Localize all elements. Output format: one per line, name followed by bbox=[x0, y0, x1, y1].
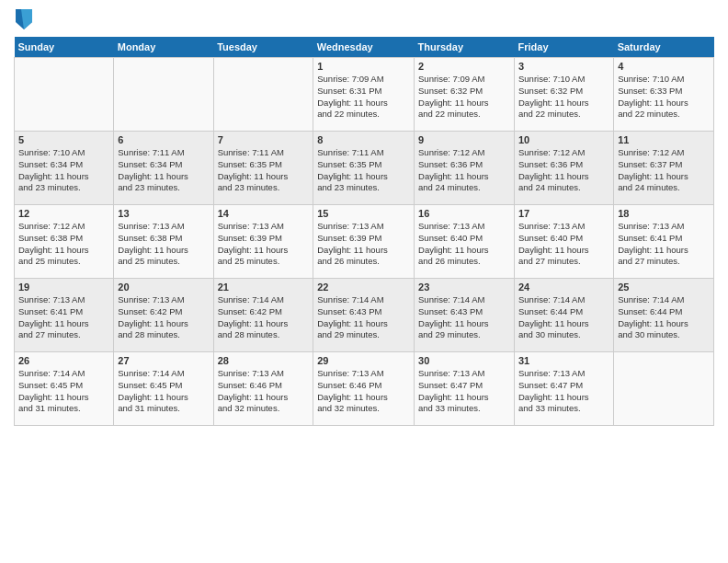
week-row-2: 5Sunrise: 7:10 AM Sunset: 6:34 PM Daylig… bbox=[15, 132, 714, 205]
day-info: Sunrise: 7:10 AM Sunset: 6:32 PM Dayligh… bbox=[518, 74, 609, 121]
calendar-cell: 23Sunrise: 7:14 AM Sunset: 6:43 PM Dayli… bbox=[415, 279, 515, 352]
calendar-cell: 11Sunrise: 7:12 AM Sunset: 6:37 PM Dayli… bbox=[614, 132, 714, 205]
calendar-cell: 27Sunrise: 7:14 AM Sunset: 6:45 PM Dayli… bbox=[114, 352, 213, 426]
calendar-cell: 7Sunrise: 7:11 AM Sunset: 6:35 PM Daylig… bbox=[213, 132, 313, 205]
day-number: 24 bbox=[518, 282, 609, 293]
day-info: Sunrise: 7:12 AM Sunset: 6:36 PM Dayligh… bbox=[418, 147, 510, 194]
calendar-cell: 14Sunrise: 7:13 AM Sunset: 6:39 PM Dayli… bbox=[213, 205, 313, 279]
day-number: 26 bbox=[18, 355, 109, 366]
week-row-5: 26Sunrise: 7:14 AM Sunset: 6:45 PM Dayli… bbox=[15, 352, 714, 426]
day-number: 23 bbox=[418, 282, 510, 293]
day-info: Sunrise: 7:14 AM Sunset: 6:43 PM Dayligh… bbox=[317, 294, 410, 341]
calendar-cell: 6Sunrise: 7:11 AM Sunset: 6:34 PM Daylig… bbox=[114, 132, 213, 205]
day-number: 8 bbox=[317, 134, 410, 145]
calendar-cell: 9Sunrise: 7:12 AM Sunset: 6:36 PM Daylig… bbox=[415, 132, 515, 205]
calendar-cell bbox=[15, 58, 114, 132]
calendar-cell: 20Sunrise: 7:13 AM Sunset: 6:42 PM Dayli… bbox=[114, 279, 213, 352]
week-row-1: 1Sunrise: 7:09 AM Sunset: 6:31 PM Daylig… bbox=[15, 58, 714, 132]
day-number: 4 bbox=[618, 61, 710, 72]
day-number: 27 bbox=[118, 355, 209, 366]
day-info: Sunrise: 7:14 AM Sunset: 6:45 PM Dayligh… bbox=[118, 368, 209, 415]
day-info: Sunrise: 7:13 AM Sunset: 6:39 PM Dayligh… bbox=[317, 221, 410, 268]
day-number: 12 bbox=[18, 208, 109, 219]
calendar-cell: 29Sunrise: 7:13 AM Sunset: 6:46 PM Dayli… bbox=[313, 352, 415, 426]
logo-icon bbox=[16, 9, 32, 29]
calendar-cell: 10Sunrise: 7:12 AM Sunset: 6:36 PM Dayli… bbox=[515, 132, 614, 205]
calendar-cell: 13Sunrise: 7:13 AM Sunset: 6:38 PM Dayli… bbox=[114, 205, 213, 279]
day-number: 14 bbox=[218, 208, 310, 219]
day-of-week-thursday: Thursday bbox=[415, 37, 515, 58]
day-number: 7 bbox=[218, 134, 310, 145]
day-info: Sunrise: 7:09 AM Sunset: 6:31 PM Dayligh… bbox=[317, 74, 410, 121]
day-info: Sunrise: 7:13 AM Sunset: 6:47 PM Dayligh… bbox=[518, 368, 609, 415]
day-number: 28 bbox=[218, 355, 310, 366]
day-info: Sunrise: 7:14 AM Sunset: 6:45 PM Dayligh… bbox=[18, 368, 109, 415]
day-number: 1 bbox=[317, 61, 410, 72]
day-number: 19 bbox=[18, 282, 109, 293]
day-info: Sunrise: 7:11 AM Sunset: 6:35 PM Dayligh… bbox=[317, 147, 410, 194]
calendar-cell: 1Sunrise: 7:09 AM Sunset: 6:31 PM Daylig… bbox=[313, 58, 415, 132]
day-info: Sunrise: 7:13 AM Sunset: 6:41 PM Dayligh… bbox=[18, 294, 109, 341]
day-number: 25 bbox=[618, 282, 710, 293]
day-number: 16 bbox=[418, 208, 510, 219]
day-of-week-sunday: Sunday bbox=[15, 37, 114, 58]
day-number: 9 bbox=[418, 134, 510, 145]
day-info: Sunrise: 7:10 AM Sunset: 6:34 PM Dayligh… bbox=[18, 147, 109, 194]
day-number: 5 bbox=[18, 134, 109, 145]
day-of-week-wednesday: Wednesday bbox=[313, 37, 415, 58]
page: SundayMondayTuesdayWednesdayThursdayFrid… bbox=[0, 0, 728, 563]
day-number: 2 bbox=[418, 61, 510, 72]
day-number: 13 bbox=[118, 208, 209, 219]
week-row-3: 12Sunrise: 7:12 AM Sunset: 6:38 PM Dayli… bbox=[15, 205, 714, 279]
day-info: Sunrise: 7:12 AM Sunset: 6:38 PM Dayligh… bbox=[18, 221, 109, 268]
calendar-cell: 22Sunrise: 7:14 AM Sunset: 6:43 PM Dayli… bbox=[313, 279, 415, 352]
calendar-cell: 15Sunrise: 7:13 AM Sunset: 6:39 PM Dayli… bbox=[313, 205, 415, 279]
day-number: 30 bbox=[418, 355, 510, 366]
calendar-cell: 18Sunrise: 7:13 AM Sunset: 6:41 PM Dayli… bbox=[614, 205, 714, 279]
day-number: 15 bbox=[317, 208, 410, 219]
calendar-cell: 26Sunrise: 7:14 AM Sunset: 6:45 PM Dayli… bbox=[15, 352, 114, 426]
day-info: Sunrise: 7:12 AM Sunset: 6:36 PM Dayligh… bbox=[518, 147, 609, 194]
day-info: Sunrise: 7:09 AM Sunset: 6:32 PM Dayligh… bbox=[418, 74, 510, 121]
calendar-cell: 2Sunrise: 7:09 AM Sunset: 6:32 PM Daylig… bbox=[415, 58, 515, 132]
calendar-cell bbox=[614, 352, 714, 426]
week-row-4: 19Sunrise: 7:13 AM Sunset: 6:41 PM Dayli… bbox=[15, 279, 714, 352]
calendar-cell: 4Sunrise: 7:10 AM Sunset: 6:33 PM Daylig… bbox=[614, 58, 714, 132]
calendar-cell: 5Sunrise: 7:10 AM Sunset: 6:34 PM Daylig… bbox=[15, 132, 114, 205]
day-info: Sunrise: 7:13 AM Sunset: 6:46 PM Dayligh… bbox=[317, 368, 410, 415]
day-number: 29 bbox=[317, 355, 410, 366]
day-number: 21 bbox=[218, 282, 310, 293]
day-number: 31 bbox=[518, 355, 609, 366]
day-info: Sunrise: 7:13 AM Sunset: 6:39 PM Dayligh… bbox=[218, 221, 310, 268]
logo bbox=[14, 9, 36, 29]
calendar-cell: 25Sunrise: 7:14 AM Sunset: 6:44 PM Dayli… bbox=[614, 279, 714, 352]
calendar-body: 1Sunrise: 7:09 AM Sunset: 6:31 PM Daylig… bbox=[15, 58, 714, 426]
day-info: Sunrise: 7:13 AM Sunset: 6:47 PM Dayligh… bbox=[418, 368, 510, 415]
day-info: Sunrise: 7:11 AM Sunset: 6:34 PM Dayligh… bbox=[118, 147, 209, 194]
day-info: Sunrise: 7:14 AM Sunset: 6:44 PM Dayligh… bbox=[618, 294, 710, 341]
day-number: 20 bbox=[118, 282, 209, 293]
calendar-cell: 12Sunrise: 7:12 AM Sunset: 6:38 PM Dayli… bbox=[15, 205, 114, 279]
day-info: Sunrise: 7:13 AM Sunset: 6:40 PM Dayligh… bbox=[418, 221, 510, 268]
day-number: 10 bbox=[518, 134, 609, 145]
calendar-cell: 31Sunrise: 7:13 AM Sunset: 6:47 PM Dayli… bbox=[515, 352, 614, 426]
day-of-week-saturday: Saturday bbox=[614, 37, 714, 58]
calendar-cell: 19Sunrise: 7:13 AM Sunset: 6:41 PM Dayli… bbox=[15, 279, 114, 352]
calendar-cell: 28Sunrise: 7:13 AM Sunset: 6:46 PM Dayli… bbox=[213, 352, 313, 426]
calendar-cell: 8Sunrise: 7:11 AM Sunset: 6:35 PM Daylig… bbox=[313, 132, 415, 205]
calendar-cell bbox=[114, 58, 213, 132]
day-info: Sunrise: 7:12 AM Sunset: 6:37 PM Dayligh… bbox=[618, 147, 710, 194]
day-number: 22 bbox=[317, 282, 410, 293]
day-of-week-friday: Friday bbox=[515, 37, 614, 58]
day-info: Sunrise: 7:13 AM Sunset: 6:41 PM Dayligh… bbox=[618, 221, 710, 268]
calendar-cell: 21Sunrise: 7:14 AM Sunset: 6:42 PM Dayli… bbox=[213, 279, 313, 352]
day-info: Sunrise: 7:14 AM Sunset: 6:44 PM Dayligh… bbox=[518, 294, 609, 341]
calendar-cell: 24Sunrise: 7:14 AM Sunset: 6:44 PM Dayli… bbox=[515, 279, 614, 352]
day-number: 6 bbox=[118, 134, 209, 145]
day-of-week-tuesday: Tuesday bbox=[213, 37, 313, 58]
day-info: Sunrise: 7:14 AM Sunset: 6:43 PM Dayligh… bbox=[418, 294, 510, 341]
calendar-cell: 30Sunrise: 7:13 AM Sunset: 6:47 PM Dayli… bbox=[415, 352, 515, 426]
day-number: 18 bbox=[618, 208, 710, 219]
day-number: 11 bbox=[618, 134, 710, 145]
day-info: Sunrise: 7:13 AM Sunset: 6:40 PM Dayligh… bbox=[518, 221, 609, 268]
